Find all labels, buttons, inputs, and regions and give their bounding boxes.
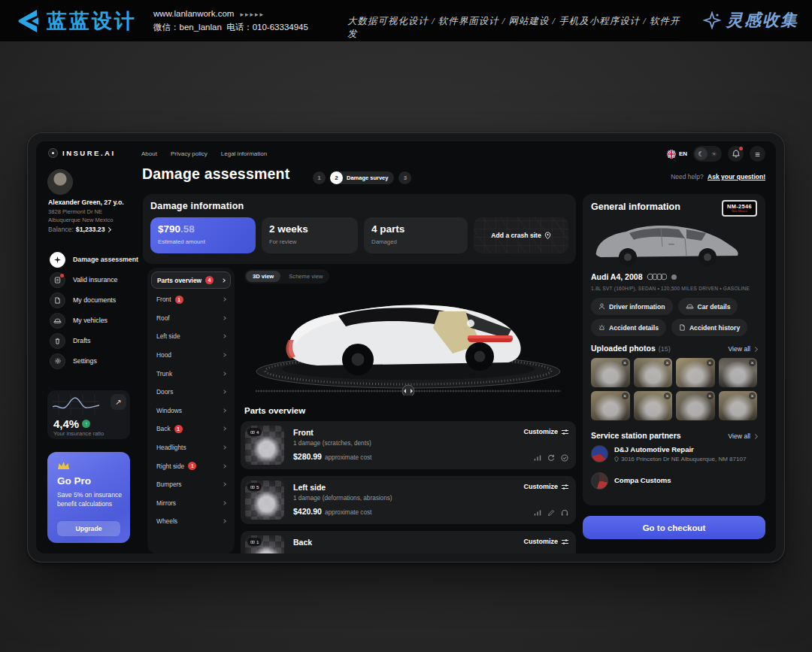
part-card-back[interactable]: 1 Back Customize — [241, 531, 576, 553]
accident-details-button[interactable]: Accident details — [591, 319, 666, 336]
sidebar-item-valid-insurance[interactable]: Valid insurance — [50, 271, 162, 289]
parts-menu-item-headlights[interactable]: Headlights — [151, 438, 231, 457]
parts-menu-item-bumpers[interactable]: Bumpers — [151, 475, 231, 494]
step-2[interactable]: 2 Damage survey — [330, 171, 394, 184]
theme-toggle[interactable]: ☾ ☀ — [693, 146, 722, 162]
parts-menu-item-mirrors[interactable]: Mirrors — [151, 494, 231, 513]
expand-arrow-button[interactable]: ↗ — [111, 394, 126, 410]
stats-icon[interactable] — [534, 509, 541, 517]
parts-menu-item-roof[interactable]: Roof — [151, 309, 231, 328]
parts-menu-item-right-side[interactable]: Right side 1 — [151, 456, 231, 475]
parts-menu-item-windows[interactable]: Windows — [151, 402, 231, 420]
remove-photo-icon[interactable]: × — [749, 393, 756, 399]
license-plate[interactable]: NM-2546 New Mexico — [722, 200, 757, 217]
customize-button[interactable]: Customize — [523, 483, 568, 490]
sidebar-item-my-documents[interactable]: My documents — [50, 291, 162, 309]
app-brand[interactable]: INSURE.AI — [48, 148, 116, 158]
partner-compa-customs[interactable]: Compa Customs — [591, 472, 671, 490]
edit-icon[interactable] — [547, 509, 555, 517]
parts-menu-item-trunk[interactable]: Trunk — [151, 364, 231, 383]
nav-about[interactable]: About — [141, 150, 157, 157]
uploaded-photo[interactable]: × — [591, 391, 630, 420]
remove-photo-icon[interactable]: × — [622, 393, 629, 399]
estimated-amount-card[interactable]: $790.58 Estimated amount — [150, 217, 256, 253]
nav-privacy-policy[interactable]: Privacy policy — [171, 150, 208, 157]
uploaded-photo[interactable]: × — [719, 391, 758, 420]
upgrade-button[interactable]: Upgrade — [57, 521, 120, 536]
help-text: Need help? Ask your question! — [671, 173, 765, 180]
sidebar-item-my-vehicles[interactable]: My vehicles — [50, 311, 162, 329]
3d-view-tab[interactable]: 3D view — [246, 271, 280, 282]
count-badge: 1 — [188, 462, 196, 470]
view-all-partners-link[interactable]: View all — [729, 432, 757, 440]
photo-count-badge: 1 — [247, 538, 262, 546]
partners-heading: Service station partners — [591, 431, 681, 440]
parts-menu-item-left-side[interactable]: Left side — [151, 327, 231, 346]
customize-button[interactable]: Customize — [523, 428, 568, 435]
part-card-front[interactable]: 4 Front 1 damage (scratches, dents) $280… — [241, 421, 576, 469]
remove-photo-icon[interactable]: × — [749, 359, 756, 366]
go-to-checkout-button[interactable]: Go to checkout — [583, 516, 765, 539]
menu-button[interactable]: ≡ — [750, 146, 765, 162]
notifications-button[interactable] — [728, 146, 744, 162]
chevron-right-icon — [222, 371, 226, 376]
language-selector[interactable]: EN — [667, 150, 687, 159]
step-1[interactable]: 1 — [313, 171, 326, 184]
parts-menu-item-front[interactable]: Front 1 — [151, 290, 231, 309]
customize-button[interactable]: Customize — [523, 538, 568, 545]
scheme-view-tab[interactable]: Scheme view — [283, 271, 328, 282]
uploaded-photo[interactable]: × — [634, 358, 673, 387]
add-crash-site-button[interactable]: Add a crash site — [474, 217, 568, 253]
uploaded-photo[interactable]: × — [591, 358, 630, 387]
car-3d-viewer[interactable] — [245, 281, 571, 396]
inspiration-collect[interactable]: 灵感收集 — [703, 9, 798, 32]
part-card-left-side[interactable]: 5 Left side 1 damage (deformations, abra… — [241, 476, 576, 524]
sync-icon[interactable] — [547, 454, 555, 462]
chevron-right-icon — [753, 346, 758, 351]
sidebar-item-drafts[interactable]: Drafts — [50, 332, 162, 350]
ask-question-link[interactable]: Ask your question! — [707, 173, 765, 180]
sliders-icon — [562, 429, 568, 435]
notification-dot — [60, 274, 64, 277]
view-all-photos-link[interactable]: View all — [729, 345, 757, 353]
lanlan-logo[interactable]: 蓝蓝设计 — [14, 8, 137, 35]
car-details-button[interactable]: Car details — [678, 298, 738, 315]
parts-menu-item-doors[interactable]: Doors — [151, 383, 231, 402]
parts-menu-item-wheels[interactable]: Wheels — [151, 512, 231, 531]
remove-photo-icon[interactable]: × — [664, 393, 671, 399]
part-damage-desc: 1 damage (deformations, abrasions) — [293, 495, 392, 502]
step-3[interactable]: 3 — [398, 171, 411, 184]
parts-menu-item-hood[interactable]: Hood — [151, 346, 231, 365]
uploaded-photo[interactable]: × — [676, 391, 715, 420]
user-avatar[interactable] — [47, 169, 73, 195]
remove-photo-icon[interactable]: × — [707, 393, 714, 399]
review-time-card[interactable]: 2 weeks For review — [262, 217, 358, 253]
sparkline-chart — [53, 395, 99, 414]
driver-information-button[interactable]: Driver information — [591, 298, 673, 315]
ratio-value: 4,4% — [53, 417, 79, 430]
part-damage-desc: 1 damage (scratches, dents) — [293, 440, 371, 447]
uploaded-photo[interactable]: × — [719, 358, 758, 387]
sliders-icon — [562, 538, 568, 545]
uploaded-photo[interactable]: × — [634, 391, 673, 420]
balance-row[interactable]: Balance: $1,233.23 — [48, 226, 111, 233]
parts-menu-item-back[interactable]: Back 1 — [151, 420, 231, 438]
chevron-right-icon — [222, 353, 226, 357]
check-circle-icon[interactable] — [561, 454, 568, 462]
sidebar-item-settings[interactable]: Settings — [50, 352, 162, 370]
parts-menu-item-overview[interactable]: Parts overview 4 — [151, 271, 231, 289]
remove-photo-icon[interactable]: × — [622, 359, 629, 366]
ratio-label: Your insurance ratio — [53, 430, 104, 437]
rotate-slider-handle[interactable] — [402, 385, 414, 396]
banner-url[interactable]: www.lanlanwork.com — [153, 9, 234, 18]
headset-icon[interactable] — [561, 509, 568, 517]
uploaded-photo[interactable]: × — [676, 358, 715, 387]
accident-history-button[interactable]: Accident history — [671, 319, 747, 336]
stats-icon[interactable] — [534, 454, 541, 462]
remove-photo-icon[interactable]: × — [664, 359, 671, 366]
damaged-parts-card[interactable]: 4 parts Damaged — [364, 217, 468, 253]
location-pin-icon — [544, 232, 551, 240]
remove-photo-icon[interactable]: × — [707, 359, 714, 366]
nav-legal-information[interactable]: Legal information — [221, 150, 267, 157]
partner-dj-automotive[interactable]: D&J Automotive Repair 3016 Princeton Dr … — [591, 445, 746, 462]
